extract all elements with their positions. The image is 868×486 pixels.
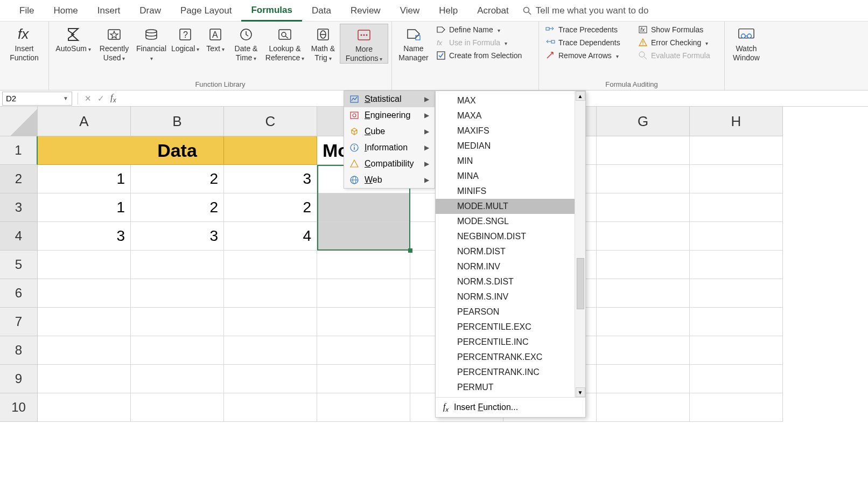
tab-page-layout[interactable]: Page Layout <box>171 1 241 20</box>
cell-h9[interactable] <box>690 365 783 393</box>
cell-g4[interactable] <box>597 222 690 251</box>
name-manager-button[interactable]: Name Manager <box>395 24 432 63</box>
tab-help[interactable]: Help <box>429 1 467 20</box>
cell-g6[interactable] <box>597 279 690 308</box>
tab-acrobat[interactable]: Acrobat <box>467 1 519 20</box>
function-item-maxa[interactable]: MAXA <box>436 108 575 123</box>
cell-a7[interactable] <box>38 308 131 336</box>
insert-function-menu-item[interactable]: fx Insert Function... <box>436 397 585 417</box>
cell-h5[interactable] <box>690 251 783 279</box>
cell-h1[interactable] <box>690 136 783 165</box>
tell-me-search[interactable]: Tell me what you want to do <box>523 5 649 16</box>
cell-g3[interactable] <box>597 193 690 222</box>
function-item-percentile-inc[interactable]: PERCENTILE.INC <box>436 335 575 350</box>
tab-insert[interactable]: Insert <box>88 1 130 20</box>
function-item-norm-dist[interactable]: NORM.DIST <box>436 244 575 259</box>
cell-g9[interactable] <box>597 365 690 393</box>
cell-c4[interactable]: 4 <box>224 222 317 251</box>
cell-a3[interactable]: 1 <box>38 193 131 222</box>
function-item-mode-sngl[interactable]: MODE.SNGL <box>436 214 575 229</box>
function-item-permut[interactable]: PERMUT <box>436 380 575 395</box>
col-header-h[interactable]: H <box>690 107 783 136</box>
row-header-7[interactable]: 7 <box>0 308 38 336</box>
function-item-mina[interactable]: MINA <box>436 169 575 184</box>
scroll-thumb[interactable] <box>577 258 584 309</box>
insert-function-button[interactable]: fx Insert Function <box>3 24 45 63</box>
show-formulas-button[interactable]: fx Show Formulas <box>638 25 718 34</box>
tab-home[interactable]: Home <box>44 1 87 20</box>
logical-button[interactable]: ? Logical <box>170 24 201 53</box>
lookup-reference-button[interactable]: Lookup & Reference <box>263 24 306 63</box>
function-item-min[interactable]: MIN <box>436 154 575 169</box>
col-header-b[interactable]: B <box>131 107 224 136</box>
cell-b1[interactable]: Data <box>131 136 224 165</box>
scroll-track[interactable] <box>577 102 584 386</box>
cell-c5[interactable] <box>224 251 317 279</box>
function-item-percentrank-exc[interactable]: PERCENTRANK.EXC <box>436 350 575 365</box>
col-header-g[interactable]: G <box>597 107 690 136</box>
remove-arrows-button[interactable]: Remove Arrows <box>545 51 631 60</box>
cell-h2[interactable] <box>690 165 783 193</box>
menu-item-information[interactable]: Information ▶ <box>344 140 435 156</box>
tab-file[interactable]: File <box>10 1 44 20</box>
function-item-percentrank-inc[interactable]: PERCENTRANK.INC <box>436 365 575 380</box>
cell-b2[interactable]: 2 <box>131 165 224 193</box>
cell-a6[interactable] <box>38 279 131 308</box>
col-header-a[interactable]: A <box>38 107 131 136</box>
watch-window-button[interactable]: Watch Window <box>728 24 765 63</box>
cell-a9[interactable] <box>38 365 131 393</box>
menu-item-web[interactable]: Web ▶ <box>344 172 435 188</box>
cell-g7[interactable] <box>597 308 690 336</box>
function-item-median[interactable]: MEDIAN <box>436 138 575 154</box>
tab-review[interactable]: Review <box>341 1 390 20</box>
cell-a8[interactable] <box>38 336 131 365</box>
function-item-pearson[interactable]: PEARSON <box>436 304 575 320</box>
row-header-4[interactable]: 4 <box>0 222 38 251</box>
create-from-selection-button[interactable]: Create from Selection <box>436 51 532 60</box>
cell-c8[interactable] <box>224 336 317 365</box>
function-item-minifs[interactable]: MINIFS <box>436 184 575 199</box>
row-header-9[interactable]: 9 <box>0 365 38 393</box>
cell-a5[interactable] <box>38 251 131 279</box>
cell-b6[interactable] <box>131 279 224 308</box>
trace-precedents-button[interactable]: Trace Precedents <box>545 25 631 34</box>
cell-h6[interactable] <box>690 279 783 308</box>
financial-button[interactable]: Financial <box>134 24 169 63</box>
menu-item-statistical[interactable]: Statistical ▶ <box>344 91 435 107</box>
row-header-6[interactable]: 6 <box>0 279 38 308</box>
cell-b5[interactable] <box>131 251 224 279</box>
scroll-down-button[interactable]: ▼ <box>576 387 585 397</box>
cell-c2[interactable]: 3 <box>224 165 317 193</box>
cell-h4[interactable] <box>690 222 783 251</box>
error-checking-button[interactable]: Error Checking <box>638 38 718 47</box>
cell-a2[interactable]: 1 <box>38 165 131 193</box>
tab-view[interactable]: View <box>390 1 430 20</box>
cell-b4[interactable]: 3 <box>131 222 224 251</box>
cell-c10[interactable] <box>224 393 317 422</box>
cell-d8[interactable] <box>317 336 410 365</box>
date-time-button[interactable]: Date & Time <box>230 24 262 63</box>
accept-formula-button[interactable]: ✓ <box>94 94 107 103</box>
cell-c6[interactable] <box>224 279 317 308</box>
cell-c9[interactable] <box>224 365 317 393</box>
menu-item-compatibility[interactable]: Compatibility ▶ <box>344 156 435 172</box>
autosum-button[interactable]: AutoSum <box>52 24 94 53</box>
cell-b10[interactable] <box>131 393 224 422</box>
menu-item-engineering[interactable]: Engineering ▶ <box>344 107 435 123</box>
cell-h8[interactable] <box>690 336 783 365</box>
row-header-2[interactable]: 2 <box>0 165 38 193</box>
select-all-corner[interactable] <box>0 107 38 136</box>
function-item-norm-s-inv[interactable]: NORM.S.INV <box>436 289 575 304</box>
cell-d10[interactable] <box>317 393 410 422</box>
cancel-formula-button[interactable]: ✕ <box>81 94 94 103</box>
tab-data[interactable]: Data <box>302 1 341 20</box>
recently-used-button[interactable]: Recently Used <box>95 24 133 63</box>
cell-g10[interactable] <box>597 393 690 422</box>
math-trig-button[interactable]: Math & Trig <box>307 24 339 63</box>
cell-h7[interactable] <box>690 308 783 336</box>
cell-d3[interactable] <box>317 193 410 222</box>
menu-item-cube[interactable]: Cube ▶ <box>344 123 435 140</box>
row-header-3[interactable]: 3 <box>0 193 38 222</box>
row-header-8[interactable]: 8 <box>0 336 38 365</box>
function-item-negbinom-dist[interactable]: NEGBINOM.DIST <box>436 229 575 244</box>
